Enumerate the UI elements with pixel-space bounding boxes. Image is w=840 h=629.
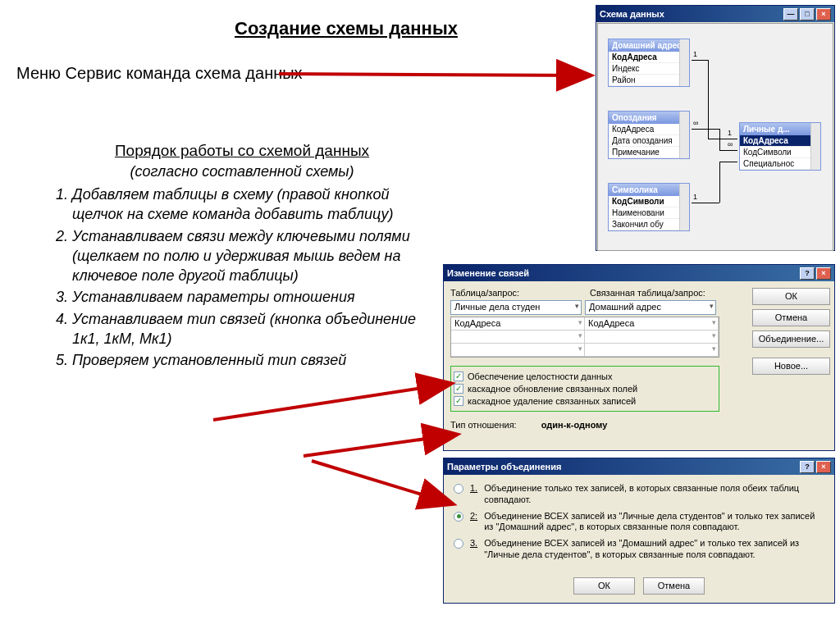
field-cell[interactable]: КодАдреса [451,317,585,330]
relationship-line[interactable] [692,60,708,61]
field[interactable]: Район [609,75,689,86]
relations-title-text: Изменение связей [447,268,529,278]
cascade-update-checkbox-row[interactable]: ✓каскадное обновление связанных полей [454,384,716,394]
step-5: Проверяем установленный тип связей [72,350,435,370]
field[interactable]: КодАдреса [609,124,689,135]
checkbox-icon: ✓ [454,384,463,394]
schema-window: Схема данных — □ × Домашний адрес КодАдр… [596,5,835,251]
related-table-label: Связанная таблица/запрос: [590,288,705,298]
field[interactable]: Наименовани [609,207,689,219]
cancel-button[interactable]: Отмена [752,309,830,326]
join-params-dialog: Параметры объединения ? × 1. Объединение… [443,458,835,604]
field[interactable]: КодСимволи [740,147,820,158]
option-number: 1. [470,483,477,506]
scrollbar[interactable] [679,184,689,230]
ok-button[interactable]: ОК [573,577,635,595]
cardinality-inf: ∞ [693,119,698,127]
minimize-icon[interactable]: — [783,8,798,21]
step-2: Устанавливаем связи между ключевыми поля… [72,226,435,286]
field[interactable]: КодСимволи [609,196,689,207]
scrollbar[interactable] [810,123,820,170]
option-text: Объединение ВСЕХ записей из "Домашний ад… [484,538,824,561]
checkbox-label: Обеспечение целостности данных [468,371,612,381]
close-icon[interactable]: × [816,8,831,21]
steps-block: Порядок работы со схемой данных (согласн… [49,140,435,371]
schema-title-text: Схема данных [600,9,664,19]
field[interactable]: Примечание [609,147,689,158]
field[interactable]: Специальнос [740,158,820,170]
field-cell[interactable] [451,344,585,357]
integrity-checkbox-row[interactable]: ✓Обеспечение целостности данных [454,371,716,381]
field[interactable]: Закончил обу [609,219,689,230]
relationship-line[interactable] [692,203,719,203]
field[interactable]: КодАдреса [609,52,689,63]
new-button[interactable]: Новое... [752,358,830,375]
field-cell[interactable] [451,330,585,344]
field[interactable]: Дата опоздания [609,135,689,147]
join-option-2[interactable]: 2: Объединение ВСЕХ записей из "Личные д… [454,511,824,534]
table-header: Опоздания [609,112,689,124]
checkbox-label: каскадное удаление связанных записей [468,396,636,406]
related-field-cell[interactable] [585,344,719,357]
cardinality-inf: ∞ [728,140,733,148]
ok-button[interactable]: ОК [752,288,830,305]
steps-subheading: (согласно составленной схемы) [49,162,435,181]
relationship-line[interactable] [692,129,719,130]
option-text: Объединение ВСЕХ записей из "Личные дела… [484,511,824,534]
option-text: Объединение только тех записей, в которы… [484,483,824,506]
table-symbols[interactable]: Символика КодСимволи Наименовани Закончи… [608,183,690,231]
table-lateness[interactable]: Опоздания КодАдреса Дата опоздания Приме… [608,111,690,159]
step-4: Устанавливаем тип связей (кнопка объедин… [72,309,435,349]
relationship-line[interactable] [719,162,720,203]
help-icon[interactable]: ? [800,267,815,280]
relations-titlebar[interactable]: Изменение связей ? × [444,265,834,281]
close-icon[interactable]: × [816,461,831,473]
schema-titlebar[interactable]: Схема данных — □ × [596,6,834,22]
join-button[interactable]: Объединение... [752,330,830,348]
cascade-delete-checkbox-row[interactable]: ✓каскадное удаление связанных записей [454,396,716,406]
related-table-combo[interactable]: Домашний адрес [585,300,716,315]
table-home-address[interactable]: Домашний адрес КодАдреса Индекс Район [608,39,690,87]
radio-icon [454,484,463,494]
field[interactable]: КодАдреса [740,135,820,147]
cardinality-one: 1 [693,50,697,58]
table-header: Домашний адрес [609,39,689,52]
steps-heading: Порядок работы со схемой данных [49,140,435,162]
table-personal[interactable]: Личные д... КодАдреса КодСимволи Специал… [739,122,821,171]
join-title-text: Параметры объединения [447,462,561,472]
maximize-icon[interactable]: □ [800,8,815,21]
scrollbar[interactable] [679,112,689,158]
cardinality-one: 1 [693,193,697,201]
schema-canvas[interactable]: Домашний адрес КодАдреса Индекс Район Оп… [597,23,833,251]
relationship-line[interactable] [719,150,737,151]
svg-line-2 [213,384,450,420]
relation-type-value: один-к-одному [541,420,608,430]
table-header: Символика [609,184,689,196]
option-number: 2: [470,511,477,534]
related-field-cell[interactable] [585,330,719,344]
field[interactable]: Индекс [609,63,689,75]
svg-line-4 [312,461,451,504]
related-field-cell[interactable]: КодАдреса [585,317,719,330]
join-option-3[interactable]: 3. Объединение ВСЕХ записей из "Домашний… [454,538,824,561]
cancel-button[interactable]: Отмена [643,577,705,595]
relationship-line[interactable] [708,139,737,139]
table-query-label: Таблица/запрос: [450,288,582,298]
relationship-line[interactable] [719,162,737,162]
svg-line-3 [304,435,455,456]
table-header: Личные д... [740,123,820,135]
close-icon[interactable]: × [816,267,831,280]
table-combo[interactable]: Личные дела студен [450,300,582,315]
relation-type-label: Тип отношения: [450,420,517,430]
relationship-line[interactable] [708,60,709,139]
help-icon[interactable]: ? [800,461,815,473]
checkbox-icon: ✓ [454,396,463,406]
join-option-1[interactable]: 1. Объединение только тех записей, в кот… [454,483,824,506]
cardinality-one: 1 [728,129,732,137]
relationship-line[interactable] [719,129,720,150]
step-3: Устанавливаем параметры отношения [72,287,435,307]
radio-icon [454,512,463,522]
radio-icon [454,539,463,549]
scrollbar[interactable] [679,39,689,86]
join-titlebar[interactable]: Параметры объединения ? × [444,458,834,475]
